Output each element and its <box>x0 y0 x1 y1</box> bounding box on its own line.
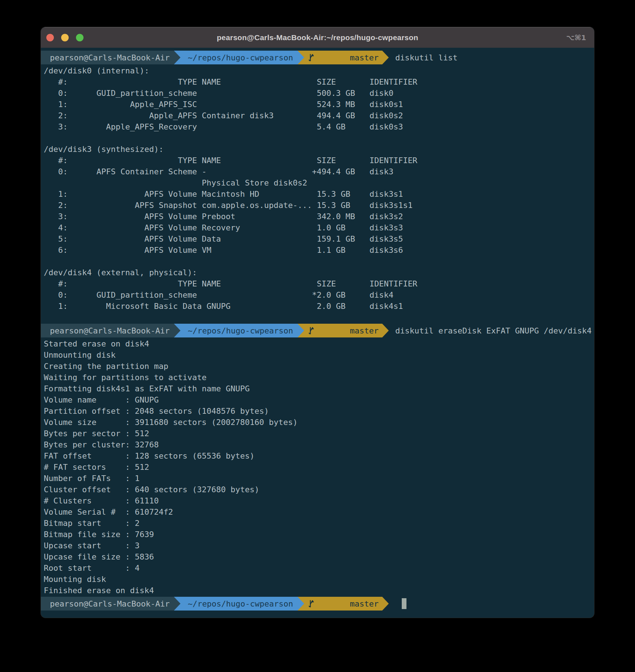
terminal-output-line: 3: APFS Volume Preboot 342.0 MB disk3s2 <box>44 211 591 222</box>
zoom-button[interactable] <box>76 34 84 41</box>
terminal-cursor <box>402 598 406 609</box>
terminal-output-line: Bytes per sector : 512 <box>44 428 591 439</box>
titlebar[interactable]: pearson@Carls-MacBook-Air:~/repos/hugo-c… <box>41 27 594 48</box>
powerline-separator-icon <box>382 324 389 337</box>
terminal-blank-line <box>44 132 591 144</box>
terminal-output-line: #: TYPE NAME SIZE IDENTIFIER <box>44 278 591 289</box>
git-branch-icon <box>308 577 347 618</box>
terminal-output-line: Volume Serial # : 610724f2 <box>44 506 591 518</box>
terminal-output-line: Bitmap file size : 7639 <box>44 529 591 540</box>
terminal-output-line: Upcase start : 3 <box>44 540 591 551</box>
prompt-git-segment: master <box>304 324 382 337</box>
traffic-lights <box>46 34 84 41</box>
prompt-git-segment: master <box>304 51 382 64</box>
terminal-output-line: Root start : 4 <box>44 562 591 574</box>
terminal-output-line: Bytes per cluster: 32768 <box>44 439 591 450</box>
terminal-output-line: Waiting for partitions to activate <box>44 372 591 383</box>
prompt-user-host: pearson@Carls-MacBook-Air <box>41 597 174 611</box>
powerline-separator-icon <box>298 597 304 611</box>
terminal-output-line: 5: APFS Volume Data 159.1 GB disk3s5 <box>44 233 591 244</box>
prompt-line: pearson@Carls-MacBook-Air ~/repos/hugo-c… <box>41 597 591 611</box>
terminal-output-line: 1: APFS Volume Macintosh HD 15.3 GB disk… <box>44 188 591 200</box>
powerline-separator-icon <box>382 597 389 611</box>
command-text: diskutil list <box>395 51 457 64</box>
prompt-working-directory: ~/repos/hugo-cwpearson <box>180 324 297 337</box>
terminal-output-line: 6: APFS Volume VM 1.1 GB disk3s6 <box>44 244 591 256</box>
prompt-line: pearson@Carls-MacBook-Air ~/repos/hugo-c… <box>41 324 591 337</box>
tab-shortcut-badge: ⌥⌘1 <box>566 33 586 42</box>
terminal-output-line: Upcase file size : 5836 <box>44 551 591 562</box>
prompt-git-branch-name: master <box>350 598 379 609</box>
terminal-output-line: Bitmap start : 2 <box>44 518 591 529</box>
prompt-working-directory: ~/repos/hugo-cwpearson <box>180 51 297 64</box>
terminal-body[interactable]: pearson@Carls-MacBook-Air ~/repos/hugo-c… <box>41 48 594 611</box>
terminal-output-line: 0: GUID_partition_scheme *2.0 GB disk4 <box>44 289 591 301</box>
terminal-output-line: Formatting disk4s1 as ExFAT with name GN… <box>44 383 591 394</box>
terminal-output-line: 1: Apple_APFS_ISC 524.3 MB disk0s1 <box>44 99 591 110</box>
prompt-git-branch-name: master <box>350 52 379 63</box>
powerline-separator-icon <box>174 597 180 611</box>
terminal-output-line: 4: APFS Volume Recovery 1.0 GB disk3s3 <box>44 222 591 233</box>
close-button[interactable] <box>46 34 54 41</box>
terminal-output-line: Cluster offset : 640 sectors (327680 byt… <box>44 484 591 495</box>
terminal-output-line: # FAT sectors : 512 <box>44 462 591 473</box>
powerline-separator-icon <box>298 51 304 64</box>
terminal-output-line: 0: APFS Container Scheme - +494.4 GB dis… <box>44 166 591 177</box>
prompt-user-host: pearson@Carls-MacBook-Air <box>41 324 174 337</box>
window-title: pearson@Carls-MacBook-Air:~/repos/hugo-c… <box>217 33 418 42</box>
terminal-output-line: FAT offset : 128 sectors (65536 bytes) <box>44 450 591 462</box>
terminal-output-line: 2: APFS Snapshot com.apple.os.update-...… <box>44 200 591 211</box>
terminal-output-line: /dev/disk4 (external, physical): <box>44 267 591 278</box>
terminal-output-line: 2: Apple_APFS Container disk3 494.4 GB d… <box>44 110 591 121</box>
terminal-output-line: Volume name : GNUPG <box>44 394 591 405</box>
prompt-line: pearson@Carls-MacBook-Air ~/repos/hugo-c… <box>41 51 591 64</box>
terminal-output-line: Number of FATs : 1 <box>44 473 591 484</box>
git-branch-icon <box>308 304 347 357</box>
minimize-button[interactable] <box>61 34 69 41</box>
terminal-output-line: 0: GUID_partition_scheme 500.3 GB disk0 <box>44 88 591 99</box>
terminal-output-line: # Clusters : 61110 <box>44 495 591 506</box>
powerline-separator-icon <box>174 324 180 337</box>
terminal-output-line: #: TYPE NAME SIZE IDENTIFIER <box>44 76 591 88</box>
terminal-output-line: Volume size : 3911680 sectors (200278016… <box>44 417 591 428</box>
prompt-git-segment: master <box>304 597 382 611</box>
prompt-working-directory: ~/repos/hugo-cwpearson <box>180 597 297 611</box>
prompt-user-host: pearson@Carls-MacBook-Air <box>41 51 174 64</box>
command-text: diskutil eraseDisk ExFAT GNUPG /dev/disk… <box>395 324 592 337</box>
terminal-output-line: /dev/disk3 (synthesized): <box>44 144 591 155</box>
powerline-separator-icon <box>298 324 304 337</box>
terminal-blank-line <box>44 256 591 267</box>
powerline-separator-icon <box>382 51 389 64</box>
terminal-output-line: 3: Apple_APFS_Recovery 5.4 GB disk0s3 <box>44 121 591 132</box>
terminal-output-line: Creating the partition map <box>44 361 591 372</box>
terminal-output-line: Physical Store disk0s2 <box>44 177 591 188</box>
terminal-output-line: #: TYPE NAME SIZE IDENTIFIER <box>44 155 591 166</box>
terminal-output-line: Partition offset : 2048 sectors (1048576… <box>44 405 591 417</box>
terminal-window: pearson@Carls-MacBook-Air:~/repos/hugo-c… <box>41 27 594 618</box>
powerline-separator-icon <box>174 51 180 64</box>
prompt-git-branch-name: master <box>350 325 379 336</box>
